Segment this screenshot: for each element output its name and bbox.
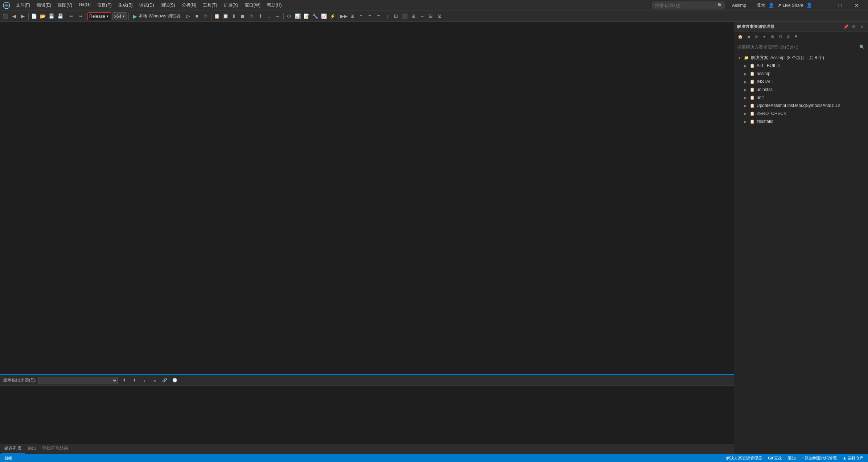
run-no-debug-btn[interactable]: ▷ bbox=[184, 12, 192, 20]
menu-tools[interactable]: 工具(T) bbox=[200, 1, 220, 9]
run-button[interactable]: ▶ 本地 Windows 调试器 bbox=[130, 12, 183, 20]
toolbar-btn-d[interactable]: ⏹ bbox=[239, 12, 247, 20]
solution-search-input[interactable] bbox=[737, 45, 859, 50]
toolbar-btn-n[interactable]: ⚡ bbox=[329, 12, 337, 20]
solution-root-item[interactable]: ▼ 📁 解决方案 'Assimp' (8 个项目，共 8 个) bbox=[734, 54, 868, 62]
platform-dropdown[interactable]: x64 ▼ bbox=[112, 12, 127, 20]
menu-debug[interactable]: 调试(D) bbox=[136, 1, 157, 9]
menu-project[interactable]: 项目(P) bbox=[94, 1, 115, 9]
close-button[interactable]: ✕ bbox=[848, 0, 865, 11]
new-file-btn[interactable]: 📄 bbox=[30, 12, 38, 20]
toolbar-btn-v[interactable]: ⬛ bbox=[401, 12, 409, 20]
toolbar-btn-1[interactable]: ⬛ bbox=[1, 12, 9, 20]
panel-toolbar-sync[interactable]: ⟳ bbox=[753, 34, 760, 40]
tree-item-ALL_BUILD[interactable]: ▶ 📋 ALL_BUILD bbox=[734, 62, 868, 70]
tree-item-INSTALL[interactable]: ▶ 📋 INSTALL bbox=[734, 78, 868, 86]
panel-pin-btn[interactable]: 📌 bbox=[843, 24, 849, 30]
output-source-select[interactable] bbox=[38, 377, 118, 384]
live-share-button[interactable]: ↗ Live Share bbox=[774, 2, 806, 9]
status-git-changes-tab[interactable]: Git 更改 bbox=[766, 455, 783, 461]
title-search-input[interactable] bbox=[652, 1, 725, 9]
toolbar-btn-r[interactable]: ≡ bbox=[366, 12, 374, 20]
panel-toolbar-home[interactable]: 🏠 bbox=[737, 34, 744, 40]
menu-analyze[interactable]: 分析(N) bbox=[179, 1, 199, 9]
output-filter-btn[interactable]: ≡ bbox=[151, 376, 159, 384]
save-btn[interactable]: 💾 bbox=[56, 12, 64, 20]
solution-search-icon[interactable]: 🔍 bbox=[859, 44, 865, 50]
toolbar-btn-q[interactable]: ≡ bbox=[357, 12, 365, 20]
toolbar-btn-a[interactable]: 📋 bbox=[213, 12, 221, 20]
panel-toolbar-newwin[interactable]: ⊞ bbox=[769, 34, 776, 40]
toolbar-btn-l[interactable]: 🔧 bbox=[311, 12, 319, 20]
toolbar-btn-m[interactable]: 📈 bbox=[320, 12, 328, 20]
toolbar-btn-z[interactable]: ⊠ bbox=[436, 12, 444, 20]
minimize-button[interactable]: – bbox=[815, 0, 832, 11]
toolbar-btn-k[interactable]: 📝 bbox=[303, 12, 310, 20]
panel-float-btn[interactable]: ⧉ bbox=[851, 24, 857, 30]
menu-file[interactable]: 文件(F) bbox=[13, 1, 33, 9]
panel-toolbar-back[interactable]: ◀ bbox=[745, 34, 752, 40]
tree-item-UpdateAssimpLibs[interactable]: ▶ 📋 UpdateAssimpLibsDebugSymbolsAndDLLs bbox=[734, 102, 868, 110]
menu-test[interactable]: 测试(S) bbox=[158, 1, 178, 9]
output-clear-btn[interactable]: ⬆ bbox=[120, 376, 128, 384]
toolbar-btn-b[interactable]: 🔲 bbox=[222, 12, 230, 20]
toolbar-btn-u[interactable]: ⊡ bbox=[392, 12, 400, 20]
status-solution-explorer-tab[interactable]: 解决方案资源管理器 bbox=[725, 455, 764, 461]
output-clock-btn[interactable]: 🕐 bbox=[171, 376, 179, 384]
toolbar-btn-j[interactable]: 📊 bbox=[294, 12, 302, 20]
restart-btn[interactable]: ⟳ bbox=[202, 12, 210, 20]
toolbar-btn-t[interactable]: ↕ bbox=[383, 12, 391, 20]
panel-toolbar-settings[interactable]: ⚙ bbox=[785, 34, 791, 40]
status-ready[interactable]: 就绪 bbox=[3, 455, 14, 461]
menu-build[interactable]: 生成(B) bbox=[115, 1, 136, 9]
toolbar-btn-h[interactable]: ↔ bbox=[274, 12, 282, 20]
tree-item-zlibstatic[interactable]: ▶ 📋 zlibstatic bbox=[734, 117, 868, 125]
config-dropdown[interactable]: Release ▼ bbox=[87, 12, 111, 20]
toolbar-btn-i[interactable]: ⚙ bbox=[285, 12, 293, 20]
toolbar-btn-p[interactable]: ⊞ bbox=[349, 12, 357, 20]
status-select-repo[interactable]: ▲ 选择仓库 bbox=[841, 455, 865, 461]
toolbar-btn-x[interactable]: ↔ bbox=[418, 12, 426, 20]
panel-toolbar-arrow[interactable]: ▼ bbox=[761, 34, 768, 40]
panel-toolbar-duplicate[interactable]: ⊟ bbox=[777, 34, 783, 40]
tree-item-assimp[interactable]: ▶ 📋 assimp bbox=[734, 70, 868, 78]
toolbar-btn-y[interactable]: ⊟ bbox=[427, 12, 435, 20]
toolbar-btn-g[interactable]: ↓ bbox=[265, 12, 273, 20]
menu-view[interactable]: 视图(V) bbox=[55, 1, 75, 9]
status-notifications-tab[interactable]: 通知 bbox=[786, 455, 797, 461]
toolbar-btn-o[interactable]: ▶▶ bbox=[340, 12, 348, 20]
menu-extensions[interactable]: 扩展(X) bbox=[221, 1, 241, 9]
menu-git[interactable]: Git(G) bbox=[76, 1, 94, 9]
maximize-button[interactable]: □ bbox=[832, 0, 848, 11]
toolbar-btn-s[interactable]: ≡ bbox=[375, 12, 383, 20]
app-logo bbox=[3, 2, 10, 9]
editor-content[interactable] bbox=[0, 22, 734, 374]
login-button[interactable]: 登录 bbox=[754, 1, 768, 9]
open-file-btn[interactable]: 📂 bbox=[39, 12, 47, 20]
output-wrap-btn[interactable]: ↕ bbox=[140, 376, 148, 384]
output-scroll-btn[interactable]: ⬇ bbox=[130, 376, 138, 384]
tree-item-uninstall[interactable]: ▶ 📋 uninstall bbox=[734, 86, 868, 94]
output-link-btn[interactable]: 🔗 bbox=[161, 376, 169, 384]
tab-error-list[interactable]: 错误列表 bbox=[1, 444, 25, 454]
tree-item-unit[interactable]: ▶ 📋 unit bbox=[734, 94, 868, 102]
toolbar-btn-e[interactable]: ⟳ bbox=[248, 12, 256, 20]
save-all-btn[interactable]: 💾 bbox=[48, 12, 55, 20]
undo-btn[interactable]: ↩ bbox=[67, 12, 75, 20]
toolbar-btn-c[interactable]: ⏸ bbox=[230, 12, 238, 20]
toolbar-btn-3[interactable]: ▶ bbox=[19, 12, 27, 20]
toolbar-btn-2[interactable]: ◀ bbox=[10, 12, 18, 20]
redo-btn[interactable]: ↪ bbox=[76, 12, 84, 20]
tree-item-ZERO_CHECK[interactable]: ▶ 📋 ZERO_CHECK bbox=[734, 110, 868, 117]
tab-find-symbols[interactable]: 查找符号结果 bbox=[39, 444, 71, 454]
panel-close-btn[interactable]: ✕ bbox=[859, 24, 865, 30]
panel-toolbar-filter[interactable]: ⚑ bbox=[793, 34, 799, 40]
stop-btn[interactable]: ■ bbox=[193, 12, 201, 20]
menu-edit[interactable]: 编辑(E) bbox=[34, 1, 54, 9]
menu-help[interactable]: 帮助(H) bbox=[264, 1, 285, 9]
menu-window[interactable]: 窗口(W) bbox=[242, 1, 263, 9]
toolbar-btn-f[interactable]: ⬇ bbox=[256, 12, 264, 20]
status-add-source[interactable]: ↑ 添加到源代码管理 bbox=[800, 455, 838, 461]
toolbar-btn-w[interactable]: ⊞ bbox=[410, 12, 417, 20]
tab-output[interactable]: 输出 bbox=[25, 444, 39, 454]
